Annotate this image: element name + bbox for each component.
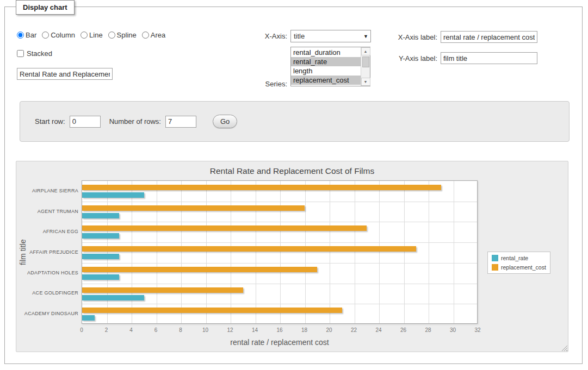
legend-label: rental_rate — [501, 255, 528, 261]
bar-replacement_cost — [82, 308, 342, 313]
bar-replacement_cost — [82, 185, 441, 190]
gridline-vertical — [379, 181, 380, 323]
gridline-vertical — [429, 181, 429, 323]
chart-type-spline[interactable]: Spline — [108, 31, 137, 39]
chart-type-line[interactable]: Line — [81, 31, 103, 39]
bar-replacement_cost — [82, 287, 243, 293]
x-axis-selected-value: title — [294, 32, 305, 40]
gridline-vertical — [206, 181, 207, 323]
chart-type-bar[interactable]: Bar — [17, 31, 36, 39]
x-tick-label: 8 — [172, 327, 189, 333]
chart-type-area[interactable]: Area — [142, 31, 165, 39]
x-axis-select-label: X-Axis: — [222, 32, 287, 40]
fieldset-legend: Display chart — [16, 0, 75, 15]
bar-rental_rate — [82, 192, 144, 198]
gridline-vertical — [132, 181, 132, 323]
x-tick-label: 6 — [148, 327, 164, 333]
legend-label: replacement_cost — [501, 264, 546, 271]
radio-label: Line — [89, 31, 103, 39]
x-tick-label: 24 — [370, 327, 387, 333]
legend-swatch — [492, 255, 498, 261]
gridline-vertical — [355, 181, 355, 323]
series-option-length[interactable]: length — [291, 66, 361, 76]
y-category-label: AFRICAN EGG — [16, 229, 78, 234]
scrollbar[interactable]: ▲ ▼ — [361, 47, 370, 86]
chart-panel: Rental Rate and Replacement Cost of Film… — [16, 161, 568, 352]
stacked-label: Stacked — [27, 49, 52, 58]
start-row-label: Start row: — [35, 117, 65, 126]
y-axis-label-input[interactable] — [441, 52, 537, 64]
bar-replacement_cost — [82, 205, 305, 211]
start-row-input[interactable] — [70, 116, 101, 128]
number-of-rows-input[interactable] — [165, 116, 196, 128]
gridline-vertical — [157, 181, 157, 323]
series-option-replacement_cost[interactable]: replacement_cost — [291, 76, 361, 85]
bar-replacement_cost — [82, 225, 367, 231]
x-tick-label: 10 — [197, 327, 214, 333]
gridline-horizontal — [82, 202, 477, 202]
x-axis-select[interactable]: title ▼ — [290, 30, 371, 42]
x-tick-label: 2 — [98, 327, 115, 333]
x-tick-label: 14 — [247, 327, 263, 333]
bar-replacement_cost — [82, 246, 416, 252]
chart-title: Rental Rate and Replacement Cost of Film… — [16, 166, 568, 176]
bar-rental_rate — [82, 274, 119, 280]
bar-rental_rate — [82, 315, 95, 321]
radio-bar[interactable] — [17, 32, 24, 39]
dropdown-arrow-icon: ▼ — [363, 34, 368, 39]
scroll-up-icon[interactable]: ▲ — [361, 47, 370, 55]
gridline-horizontal — [82, 284, 477, 284]
radio-line[interactable] — [81, 32, 88, 39]
number-of-rows-label: Number of rows: — [109, 117, 161, 126]
x-tick-label: 32 — [469, 327, 486, 333]
series-select-label: Series: — [222, 80, 287, 88]
radio-area[interactable] — [142, 32, 149, 39]
chart-legend: rental_ratereplacement_cost — [487, 252, 550, 274]
y-category-label: AGENT TRUMAN — [16, 209, 78, 214]
legend-entry-replacement_cost: replacement_cost — [492, 264, 546, 271]
chart-title-input[interactable] — [17, 68, 113, 80]
scroll-down-icon[interactable]: ▼ — [361, 78, 370, 86]
x-tick-label: 26 — [395, 327, 412, 333]
series-multiselect[interactable]: rental_durationrental_ratelengthreplacem… — [290, 47, 370, 86]
gridline-vertical — [404, 181, 405, 323]
bar-rental_rate — [82, 295, 144, 300]
series-options-list: rental_durationrental_ratelengthreplacem… — [291, 47, 361, 86]
radio-spline[interactable] — [108, 32, 115, 39]
go-button[interactable]: Go — [213, 115, 237, 128]
x-tick-label: 28 — [420, 327, 436, 333]
x-axis-label-input[interactable] — [441, 31, 537, 43]
gridline-vertical — [330, 181, 330, 323]
x-tick-label: 16 — [271, 327, 288, 333]
gridline-vertical — [305, 181, 306, 323]
x-tick-label: 4 — [123, 327, 139, 333]
scrollbar-thumb[interactable] — [362, 57, 369, 67]
series-option-rental_rate[interactable]: rental_rate — [291, 57, 361, 66]
y-category-label: AFFAIR PREJUDICE — [16, 249, 78, 255]
gridline-vertical — [181, 181, 182, 323]
resize-handle-icon[interactable] — [561, 345, 567, 351]
x-tick-label: 12 — [222, 327, 238, 333]
y-category-label: ACADEMY DINOSAUR — [16, 311, 78, 316]
y-axis-label-caption: Y-Axis label: — [372, 54, 437, 62]
stacked-checkbox[interactable] — [17, 50, 24, 57]
plot-area — [82, 180, 478, 324]
display-chart-fieldset: Display chart BarColumnLineSplineArea St… — [4, 7, 583, 364]
bar-rental_rate — [82, 213, 119, 218]
radio-label: Bar — [26, 31, 36, 39]
x-tick-label: 30 — [445, 327, 461, 333]
x-tick-label: 0 — [73, 327, 90, 333]
y-category-label: ACE GOLDFINGER — [16, 290, 78, 296]
radio-label: Spline — [117, 31, 137, 39]
series-option-rental_duration[interactable]: rental_duration — [291, 48, 361, 57]
gridline-horizontal — [82, 242, 477, 243]
radio-label: Column — [51, 31, 75, 39]
gridline-vertical — [231, 181, 231, 323]
gridline-vertical — [107, 181, 108, 323]
chart-type-column[interactable]: Column — [42, 31, 75, 39]
page: Display chart BarColumnLineSplineArea St… — [0, 0, 588, 370]
radio-label: Area — [151, 31, 165, 39]
stacked-checkbox-row[interactable]: Stacked — [17, 49, 52, 58]
bar-rental_rate — [82, 254, 119, 259]
radio-column[interactable] — [42, 32, 49, 39]
